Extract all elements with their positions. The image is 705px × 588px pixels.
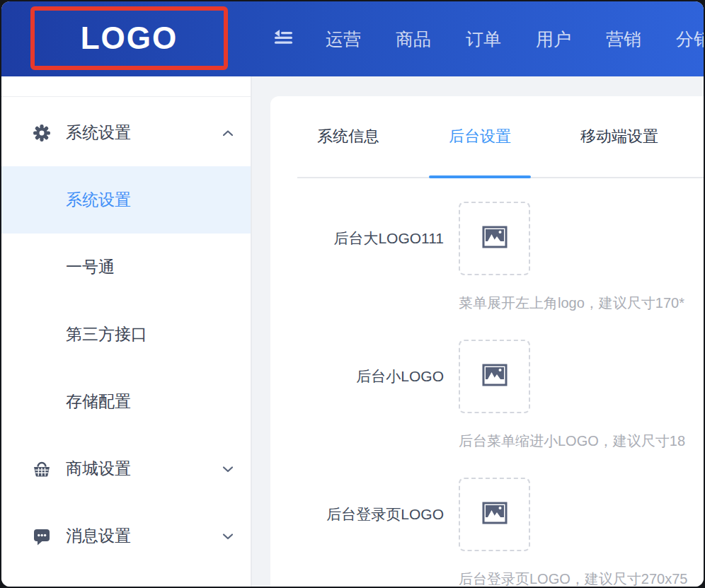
top-nav-item-orders[interactable]: 订单 (466, 28, 501, 51)
sidebar-item-yihaotong[interactable]: 一号通 (1, 234, 251, 301)
form-row-backend-large-logo: 后台大LOGO111 菜单展开左上角 (270, 202, 704, 313)
top-nav-item-distribution[interactable]: 分销 (676, 28, 704, 51)
top-nav-item-marketing[interactable]: 营销 (606, 28, 641, 51)
sidebar-menu: 系统设置 系统设置 一号通 第三方接口 存储配置 (1, 99, 251, 570)
settings-tabs: 系统信息 后台设置 移动端设置 (297, 96, 704, 178)
form-content: 后台菜单缩进小LOGO，建议尺寸18 (459, 340, 685, 451)
top-nav: 运营 商品 订单 用户 营销 分销 (326, 1, 704, 76)
sidebar-item-storage-config[interactable]: 存储配置 (1, 368, 251, 435)
sidebar-item-system-settings-group[interactable]: 系统设置 (1, 99, 251, 166)
top-nav-item-users[interactable]: 用户 (536, 28, 571, 51)
upload-backend-large-logo[interactable] (459, 202, 530, 275)
logo-text: LOGO (81, 21, 178, 56)
form-label: 后台登录页LOGO (270, 478, 444, 587)
picture-icon (481, 499, 509, 530)
message-icon (33, 527, 51, 546)
upload-hint: 后台登录页LOGO，建议尺寸270x75 (459, 570, 687, 587)
top-nav-item-operation[interactable]: 运营 (326, 28, 361, 51)
sidebar-item-message-settings-group[interactable]: 消息设置 (1, 502, 251, 570)
form-label: 后台小LOGO (270, 340, 444, 451)
menu-fold-icon (273, 27, 294, 51)
form-row-backend-small-logo: 后台小LOGO 后台菜单缩进小LOG (270, 340, 704, 451)
sidebar-top-divider (1, 96, 251, 97)
sidebar-item-third-party-api[interactable]: 第三方接口 (1, 301, 251, 368)
logo[interactable]: LOGO (30, 6, 228, 70)
sidebar-item-label: 商城设置 (66, 458, 131, 480)
top-nav-item-goods[interactable]: 商品 (396, 28, 431, 51)
tab-label: 系统信息 (317, 126, 379, 147)
form-row-backend-login-logo: 后台登录页LOGO 后台登录页LOG (270, 478, 704, 587)
gear-icon (33, 124, 51, 142)
tab-backend-settings[interactable]: 后台设置 (429, 96, 531, 177)
top-header: LOGO 运营 商品 订单 用户 营销 分销 (1, 1, 704, 76)
chevron-down-icon (222, 466, 234, 473)
tab-label: 后台设置 (449, 126, 511, 147)
upload-hint: 后台菜单缩进小LOGO，建议尺寸18 (459, 432, 685, 451)
sidebar-item-label: 消息设置 (66, 525, 131, 547)
tab-system-info[interactable]: 系统信息 (297, 96, 399, 177)
picture-icon (481, 223, 509, 254)
form-label: 后台大LOGO111 (270, 202, 444, 313)
tab-mobile-settings[interactable]: 移动端设置 (561, 96, 678, 177)
tab-label: 移动端设置 (580, 126, 658, 147)
sidebar-item-label: 系统设置 (66, 189, 131, 211)
app-window: LOGO 运营 商品 订单 用户 营销 分销 (1, 1, 704, 587)
sidebar-collapse-button[interactable] (272, 28, 294, 50)
backend-settings-form: 后台大LOGO111 菜单展开左上角 (270, 178, 704, 587)
basket-icon (33, 460, 51, 478)
chevron-up-icon (222, 129, 234, 137)
sidebar-item-label: 系统设置 (66, 122, 131, 144)
form-content: 后台登录页LOGO，建议尺寸270x75 (459, 478, 687, 587)
sidebar-item-system-settings[interactable]: 系统设置 (1, 166, 251, 234)
chevron-down-icon (222, 533, 234, 540)
sidebar: 系统设置 系统设置 一号通 第三方接口 存储配置 (1, 76, 252, 587)
sidebar-item-label: 第三方接口 (66, 323, 147, 345)
upload-hint: 菜单展开左上角logo，建议尺寸170* (459, 294, 684, 313)
settings-card: 系统信息 后台设置 移动端设置 后台大LOGO111 (270, 96, 704, 587)
upload-backend-login-logo[interactable] (459, 478, 530, 551)
upload-backend-small-logo[interactable] (459, 340, 530, 413)
sidebar-item-label: 存储配置 (66, 391, 131, 413)
form-content: 菜单展开左上角logo，建议尺寸170* (459, 202, 684, 313)
sidebar-item-label: 一号通 (66, 256, 115, 278)
sidebar-item-mall-settings-group[interactable]: 商城设置 (1, 435, 251, 502)
picture-icon (481, 361, 509, 392)
